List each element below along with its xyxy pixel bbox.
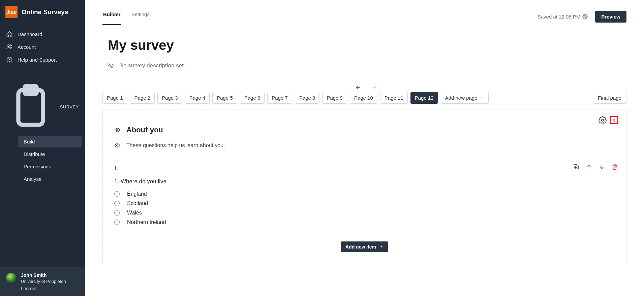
section-title-row[interactable]: About you bbox=[114, 126, 615, 134]
page-tabs: Page 1Page 2Page 3Page 4Page 5Page 6Page… bbox=[102, 92, 489, 104]
svg-point-1 bbox=[10, 45, 11, 46]
question-option[interactable]: Wales bbox=[114, 210, 615, 216]
eye-off-icon bbox=[108, 63, 114, 69]
eye-icon bbox=[114, 127, 120, 133]
copy-icon[interactable] bbox=[573, 163, 580, 170]
sidebar-footer: John Smith University of Poppleton Log o… bbox=[0, 267, 85, 296]
eye-icon bbox=[114, 142, 120, 149]
section-desc: These questions help us learn about you. bbox=[126, 142, 225, 149]
question-type-row bbox=[114, 165, 615, 171]
page-nav-arrows bbox=[355, 85, 626, 91]
radio-list-icon bbox=[114, 165, 120, 171]
sidebar: Jisc Online Surveys Dashboard Account He… bbox=[0, 0, 85, 296]
radio-icon bbox=[114, 220, 120, 225]
survey-subnav: Build Distribute Permissions Analyse bbox=[0, 136, 85, 185]
home-icon bbox=[6, 31, 13, 37]
user-block: John Smith University of Poppleton Log o… bbox=[21, 272, 66, 292]
question-option[interactable]: Northern Ireland bbox=[114, 219, 615, 225]
check-icon bbox=[582, 14, 588, 19]
nav-account-label: Account bbox=[18, 44, 36, 50]
trash-icon bbox=[612, 117, 616, 124]
option-label: England bbox=[127, 191, 147, 197]
subnav-permissions[interactable]: Permissions bbox=[18, 161, 82, 172]
primary-tabs: Builder Settings bbox=[102, 8, 150, 25]
subnav-analyse[interactable]: Analyse bbox=[18, 173, 82, 185]
section-desc-row[interactable]: These questions help us learn about you. bbox=[114, 142, 615, 149]
primary-nav: Dashboard Account Help and Support SURVE… bbox=[0, 26, 85, 188]
option-label: Wales bbox=[127, 210, 142, 216]
tab-settings[interactable]: Settings bbox=[131, 8, 150, 25]
radio-icon bbox=[114, 210, 120, 216]
section-title: About you bbox=[126, 126, 163, 134]
page-tab[interactable]: Page 12 bbox=[410, 92, 438, 104]
gear-icon[interactable] bbox=[599, 116, 607, 124]
user-institution: University of Poppleton bbox=[21, 278, 66, 285]
page-tab[interactable]: Page 9 bbox=[322, 92, 347, 104]
avatar[interactable] bbox=[6, 273, 16, 283]
arrow-right-icon bbox=[371, 85, 377, 91]
page-tab[interactable]: Page 5 bbox=[212, 92, 237, 104]
plus-icon bbox=[379, 244, 384, 249]
question-text: 1. Where do you live bbox=[114, 178, 615, 185]
logout-link[interactable]: Log out bbox=[21, 286, 66, 292]
page-tab[interactable]: Page 10 bbox=[350, 92, 377, 104]
add-page-label: Add new page bbox=[445, 95, 478, 101]
nav-survey-heading: SURVEY bbox=[0, 79, 85, 135]
page-tab[interactable]: Page 6 bbox=[240, 92, 265, 104]
add-page-button[interactable]: Add new page bbox=[441, 92, 489, 104]
subnav-distribute[interactable]: Distribute bbox=[18, 148, 82, 160]
page-tab[interactable]: Page 4 bbox=[185, 92, 210, 104]
svg-point-0 bbox=[8, 45, 9, 46]
page-tab[interactable]: Page 8 bbox=[295, 92, 320, 104]
arrow-left-icon[interactable] bbox=[355, 85, 361, 91]
subnav-build[interactable]: Build bbox=[18, 136, 82, 147]
topbar: Builder Settings Saved at 12:08 PM Previ… bbox=[102, 8, 626, 25]
brand-name: Online Surveys bbox=[22, 8, 68, 16]
option-label: Scotland bbox=[127, 200, 148, 206]
svg-point-11 bbox=[115, 167, 116, 168]
page-tab[interactable]: Page 1 bbox=[102, 92, 127, 104]
radio-icon bbox=[114, 201, 120, 206]
question-option[interactable]: Scotland bbox=[114, 200, 615, 206]
preview-button[interactable]: Preview bbox=[595, 11, 626, 23]
nav-account[interactable]: Account bbox=[0, 40, 85, 53]
svg-point-13 bbox=[115, 169, 116, 170]
arrow-up-icon[interactable] bbox=[586, 163, 592, 170]
nav-help-label: Help and Support bbox=[18, 57, 57, 63]
survey-title[interactable]: My survey bbox=[108, 38, 626, 53]
tab-builder[interactable]: Builder bbox=[102, 8, 121, 25]
main: Builder Settings Saved at 12:08 PM Previ… bbox=[85, 0, 644, 296]
nav-help[interactable]: Help and Support bbox=[0, 53, 85, 66]
page-card: About you These questions help us learn … bbox=[102, 109, 626, 264]
brand-logo: Jisc bbox=[5, 6, 18, 18]
question-options: EnglandScotlandWalesNorthern Ireland bbox=[114, 191, 615, 225]
saved-status-text: Saved at 12:08 PM bbox=[538, 14, 581, 20]
radio-icon bbox=[114, 191, 120, 197]
topbar-right: Saved at 12:08 PM Preview bbox=[538, 11, 626, 23]
plus-icon bbox=[480, 96, 484, 100]
question-block[interactable]: 1. Where do you live EnglandScotlandWale… bbox=[114, 165, 615, 225]
delete-question-button[interactable] bbox=[611, 163, 618, 170]
page-tabs-row: Page 1Page 2Page 3Page 4Page 5Page 6Page… bbox=[102, 92, 626, 104]
page-tab[interactable]: Page 7 bbox=[267, 92, 292, 104]
svg-point-3 bbox=[9, 61, 9, 61]
page-tab[interactable]: Page 2 bbox=[130, 92, 155, 104]
delete-page-button[interactable] bbox=[610, 116, 618, 124]
final-page-button[interactable]: Final page bbox=[593, 92, 626, 104]
question-actions bbox=[573, 163, 618, 170]
survey-description-row[interactable]: No survey description set bbox=[108, 62, 626, 69]
add-item-label: Add new item bbox=[345, 244, 376, 250]
nav-survey-heading-label: SURVEY bbox=[60, 104, 79, 109]
svg-point-6 bbox=[602, 119, 604, 121]
nav-dashboard-label: Dashboard bbox=[18, 31, 42, 37]
svg-point-8 bbox=[117, 145, 118, 146]
add-item-button[interactable]: Add new item bbox=[341, 241, 388, 252]
question-option[interactable]: England bbox=[114, 191, 615, 197]
arrow-down-icon[interactable] bbox=[599, 163, 605, 170]
page-tab[interactable]: Page 11 bbox=[380, 92, 408, 104]
survey-description: No survey description set bbox=[119, 62, 184, 69]
brand: Jisc Online Surveys bbox=[0, 0, 85, 26]
nav-dashboard[interactable]: Dashboard bbox=[0, 28, 85, 40]
page-tab[interactable]: Page 3 bbox=[157, 92, 182, 104]
user-name: John Smith bbox=[21, 272, 66, 278]
